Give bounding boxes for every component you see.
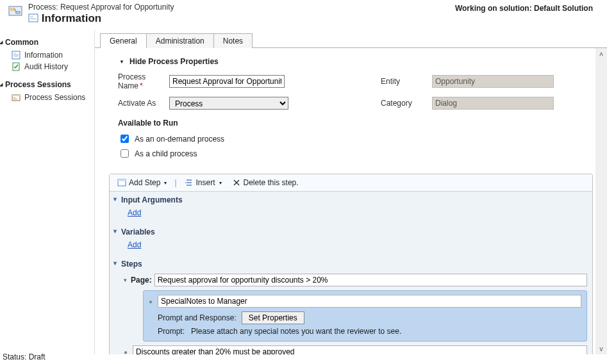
section-input-arguments[interactable]: Input Arguments xyxy=(110,192,592,207)
left-nav: Common Information Audit History Process… xyxy=(0,30,95,354)
svg-rect-7 xyxy=(13,53,16,54)
tab-general[interactable]: General xyxy=(100,33,147,48)
sidebar-group-sessions[interactable]: Process Sessions xyxy=(4,79,90,92)
entity-field xyxy=(432,75,554,88)
label-category: Category xyxy=(381,99,432,108)
page-step-row[interactable]: ▾ Page: xyxy=(124,274,587,286)
form-tabs: General Administration Notes xyxy=(95,33,607,48)
sidebar-group-common[interactable]: Common xyxy=(4,37,90,49)
sidebar-item-audit[interactable]: Audit History xyxy=(4,61,90,72)
svg-rect-5 xyxy=(30,19,37,19)
info-icon xyxy=(12,51,21,60)
svg-rect-8 xyxy=(13,54,19,55)
step1-title-input[interactable] xyxy=(158,295,581,308)
svg-rect-1 xyxy=(11,8,15,10)
svg-rect-13 xyxy=(13,97,15,98)
add-variable[interactable]: Add xyxy=(110,239,141,256)
process-prefix: Process: xyxy=(28,3,58,12)
sidebar-item-label: Process Sessions xyxy=(24,93,85,102)
status-bar: Status: Draft xyxy=(3,352,46,361)
tab-administration[interactable]: Administration xyxy=(146,33,214,48)
svg-rect-12 xyxy=(12,95,20,96)
step1-set-properties-button[interactable]: Set Properties xyxy=(242,311,304,324)
chk-child-label: As a child process xyxy=(135,149,197,158)
scroll-up-icon[interactable]: ʌ xyxy=(599,48,603,59)
process-name-text: Request Approval for Opportunity xyxy=(60,3,174,12)
step2-title-input[interactable] xyxy=(133,345,587,354)
chk-child[interactable] xyxy=(121,149,129,158)
prompt-text: Please attach any special notes you want… xyxy=(191,327,401,336)
page-title: Information xyxy=(28,12,174,25)
delete-step-button[interactable]: Delete this step. xyxy=(229,177,301,188)
svg-rect-4 xyxy=(30,16,33,18)
section-variables[interactable]: Variables xyxy=(110,224,592,239)
delete-icon xyxy=(232,178,241,187)
step-bullet-icon: ● xyxy=(149,298,153,305)
prompt-response-label: Prompt and Response: xyxy=(158,313,237,322)
label-entity: Entity xyxy=(381,77,432,86)
svg-rect-9 xyxy=(13,56,19,56)
chk-child-row[interactable]: As a child process xyxy=(118,146,594,161)
sidebar-item-label: Information xyxy=(24,51,63,60)
designer-toolbar: Add Step▾ | Insert▾ Delete this step. xyxy=(110,174,592,192)
available-to-run-heading: Available to Run xyxy=(118,119,594,128)
chk-ondemand-row[interactable]: As an on-demand process xyxy=(118,131,594,146)
process-title: Process: Request Approval for Opportunit… xyxy=(28,3,174,12)
prompt-step-selected[interactable]: ● Prompt and Response: Set Properties Pr… xyxy=(143,290,587,342)
page-label: Page: xyxy=(131,276,152,285)
process-name-input[interactable] xyxy=(169,75,285,88)
action-step[interactable]: ● Action Approval Process Set Properties xyxy=(124,345,587,354)
vertical-scrollbar[interactable]: ʌ v xyxy=(595,48,607,354)
toggle-process-properties[interactable]: Hide Process Properties xyxy=(129,57,594,66)
solution-label: Working on solution: Default Solution xyxy=(455,3,599,13)
svg-rect-16 xyxy=(118,179,126,181)
category-field xyxy=(432,97,554,110)
section-steps[interactable]: Steps xyxy=(110,256,592,271)
add-step-button[interactable]: Add Step▾ xyxy=(115,177,169,188)
label-activate-as: Activate As xyxy=(118,99,169,108)
sidebar-item-sessions[interactable]: Process Sessions xyxy=(4,92,90,103)
prompt-label: Prompt: xyxy=(158,327,185,336)
page-title-input[interactable] xyxy=(154,274,587,286)
process-designer: Add Step▾ | Insert▾ Delete this step. In… xyxy=(109,174,593,354)
sessions-icon xyxy=(12,93,21,102)
step-bullet-icon: ● xyxy=(124,349,128,355)
sidebar-item-label: Audit History xyxy=(24,62,68,71)
info-page-icon xyxy=(28,13,38,23)
audit-icon xyxy=(12,62,21,71)
insert-button[interactable]: Insert▾ xyxy=(182,177,224,188)
add-step-icon xyxy=(117,178,126,187)
header-bar: Process: Request Approval for Opportunit… xyxy=(0,0,607,30)
tab-notes[interactable]: Notes xyxy=(213,33,253,48)
process-icon xyxy=(8,4,23,19)
chk-ondemand-label: As an on-demand process xyxy=(135,135,224,144)
label-process-name: Process Name* xyxy=(118,72,169,90)
page-expand-icon[interactable]: ▾ xyxy=(124,277,127,283)
main-panel: General Administration Notes ʌ v Hide Pr… xyxy=(95,30,607,354)
scroll-down-icon[interactable]: v xyxy=(600,343,603,354)
svg-rect-2 xyxy=(16,12,20,13)
activate-as-select[interactable]: Process xyxy=(169,97,288,110)
chk-ondemand[interactable] xyxy=(121,135,129,143)
add-input-argument[interactable]: Add xyxy=(110,207,141,224)
sidebar-item-information[interactable]: Information xyxy=(4,49,90,61)
insert-icon xyxy=(185,178,194,187)
svg-rect-14 xyxy=(13,99,17,99)
